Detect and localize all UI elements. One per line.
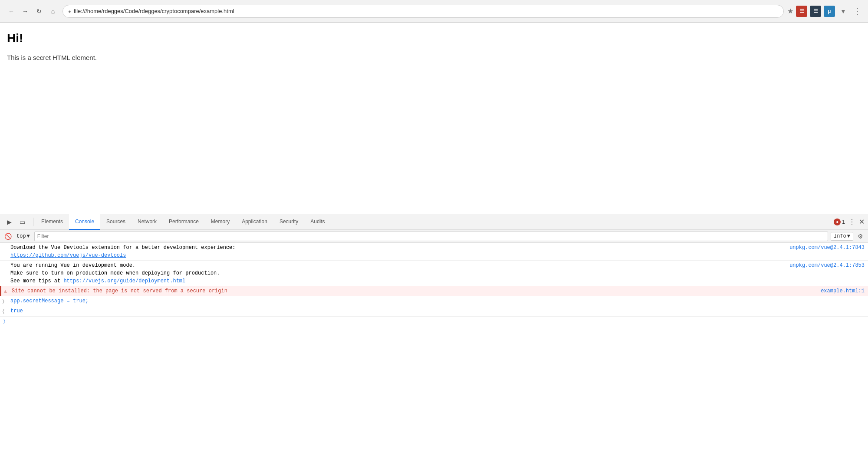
console-message-2: You are running Vue in development mode.… bbox=[0, 261, 868, 286]
level-selector[interactable]: Info ▼ bbox=[831, 232, 853, 241]
bookmark-button[interactable]: ★ bbox=[787, 7, 793, 15]
message-content-error: Site cannot be installed: the page is no… bbox=[12, 287, 817, 295]
message-content-output: true bbox=[10, 307, 865, 315]
context-selector[interactable]: top ▼ bbox=[15, 232, 32, 240]
extension-ublock[interactable]: µ bbox=[824, 6, 835, 17]
tab-sources[interactable]: Sources bbox=[100, 214, 132, 230]
address-bar[interactable]: ● file:///home/rdegges/Code/rdegges/cryp… bbox=[62, 5, 784, 18]
level-chevron: ▼ bbox=[847, 233, 850, 239]
extension-buffer[interactable]: ☰ bbox=[810, 6, 821, 17]
forward-button[interactable]: → bbox=[19, 5, 31, 17]
nav-buttons: ← → ↻ ⌂ bbox=[5, 5, 59, 17]
vue-deployment-link[interactable]: https://vuejs.org/guide/deployment.html bbox=[63, 278, 185, 284]
error-circle: ● bbox=[834, 219, 841, 225]
tab-audits[interactable]: Audits bbox=[304, 214, 331, 230]
message-content-2: You are running Vue in development mode.… bbox=[10, 262, 786, 285]
msg-source-2[interactable]: unpkg.com/vue@2.4.1:7853 bbox=[789, 262, 865, 269]
error-count: 1 bbox=[842, 219, 845, 225]
clear-console-button[interactable]: 🚫 bbox=[3, 232, 12, 241]
console-message-error: ⚠ Site cannot be installed: the page is … bbox=[0, 286, 868, 296]
console-message-output: 〈 true bbox=[0, 306, 868, 316]
tab-network[interactable]: Network bbox=[132, 214, 163, 230]
tab-application[interactable]: Application bbox=[236, 214, 273, 230]
page-content: Hi! This is a secret HTML element. bbox=[0, 23, 868, 214]
devtools-toolbar: ▶ ▭ Elements Console Sources Network Per… bbox=[0, 214, 868, 230]
msg-source-1[interactable]: unpkg.com/vue@2.4.1:7843 bbox=[789, 244, 865, 252]
extension-down[interactable]: ▼ bbox=[838, 6, 849, 17]
msg-text-error: Site cannot be installed: the page is no… bbox=[12, 288, 227, 294]
level-label: Info bbox=[834, 233, 846, 239]
home-button[interactable]: ⌂ bbox=[47, 5, 59, 17]
devtools-close-button[interactable]: ✕ bbox=[859, 218, 865, 226]
msg-source-error[interactable]: example.html:1 bbox=[821, 287, 865, 295]
reload-button[interactable]: ↻ bbox=[33, 5, 45, 17]
devtools-left-icons: ▶ ▭ bbox=[3, 216, 28, 228]
device-toggle-button[interactable]: ▭ bbox=[16, 216, 28, 228]
page-title: Hi! bbox=[7, 31, 861, 45]
msg-text-1a: Download the Vue Devtools extension for … bbox=[10, 245, 235, 251]
tab-console[interactable]: Console bbox=[69, 214, 100, 230]
error-badge[interactable]: ● 1 bbox=[834, 219, 845, 225]
console-message-input: 〉 app.secretMessage = true; bbox=[0, 296, 868, 306]
vue-devtools-link[interactable]: https://github.com/vuejs/vue-devtools bbox=[10, 252, 126, 258]
console-settings-button[interactable]: ⚙ bbox=[856, 232, 865, 241]
devtools-panel: ▶ ▭ Elements Console Sources Network Per… bbox=[0, 214, 868, 457]
console-input-row: 〉 bbox=[0, 316, 868, 325]
lock-icon: ● bbox=[68, 9, 71, 14]
prompt-symbol: 〉 bbox=[3, 318, 5, 325]
console-filter-input[interactable] bbox=[34, 232, 828, 241]
devtools-more-button[interactable]: ⋮ bbox=[847, 217, 857, 227]
tab-performance[interactable]: Performance bbox=[163, 214, 205, 230]
error-icon: ⚠ bbox=[4, 288, 7, 295]
url-text: file:///home/rdegges/Code/rdegges/crypto… bbox=[74, 8, 778, 14]
tab-memory[interactable]: Memory bbox=[205, 214, 236, 230]
context-chevron: ▼ bbox=[27, 233, 30, 239]
tab-security[interactable]: Security bbox=[273, 214, 304, 230]
output-arrow-icon: 〈 bbox=[3, 308, 4, 315]
input-arrow-icon: 〉 bbox=[3, 298, 4, 305]
browser-actions: ★ ☰ ☰ µ ▼ ⋮ bbox=[787, 6, 863, 17]
console-messages: Download the Vue Devtools extension for … bbox=[0, 243, 868, 457]
msg-text-output: true bbox=[10, 308, 23, 314]
toolbar-separator bbox=[33, 218, 33, 226]
message-content-1: Download the Vue Devtools extension for … bbox=[10, 244, 786, 259]
console-message-1: Download the Vue Devtools extension for … bbox=[0, 243, 868, 261]
inspect-element-button[interactable]: ▶ bbox=[3, 216, 15, 228]
message-content-input: app.secretMessage = true; bbox=[10, 297, 865, 305]
console-input-field[interactable] bbox=[9, 318, 865, 324]
tab-elements[interactable]: Elements bbox=[35, 214, 69, 230]
context-label: top bbox=[16, 233, 26, 239]
browser-chrome: ← → ↻ ⌂ ● file:///home/rdegges/Code/rdeg… bbox=[0, 0, 868, 23]
extension-pocket[interactable]: ☰ bbox=[796, 6, 807, 17]
devtools-right-icons: ● 1 ⋮ ✕ bbox=[834, 217, 865, 227]
console-toolbar: 🚫 top ▼ Info ▼ ⚙ bbox=[0, 230, 868, 243]
back-button[interactable]: ← bbox=[5, 5, 17, 17]
msg-text-input: app.secretMessage = true; bbox=[10, 298, 89, 304]
devtools-tabs: Elements Console Sources Network Perform… bbox=[35, 214, 834, 230]
browser-menu-button[interactable]: ⋮ bbox=[852, 6, 863, 17]
page-subtitle: This is a secret HTML element. bbox=[7, 54, 861, 61]
